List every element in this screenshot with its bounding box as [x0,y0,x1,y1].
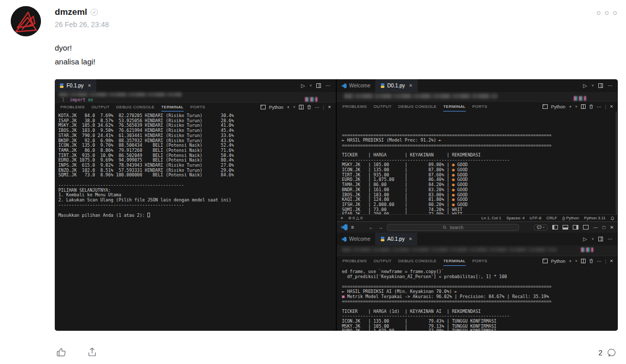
new-terminal-button[interactable]: + [287,105,290,110]
panel-tab-problems[interactable]: PROBLEMS [342,256,367,266]
run-button[interactable]: ▷ [583,236,587,242]
avatar[interactable] [11,6,41,36]
terminal-top-right[interactable]: ========================================… [337,111,618,214]
copilot-button[interactable]: ˅ [534,224,548,231]
minimize-button[interactable]: — [593,225,598,230]
split-terminal-icon[interactable] [581,259,586,263]
post-menu-button[interactable] [597,11,617,15]
layout-customize-icon[interactable] [583,225,589,230]
username[interactable]: dmzeml ✓ [55,7,98,17]
panel-tab-debug-console[interactable]: DEBUG CONSOLE [116,103,155,111]
split-editor-icon[interactable] [316,83,321,88]
panel-tab-ports[interactable]: PORTS [190,103,205,111]
tab-f01py[interactable]: F0.1.py ✕ [55,79,96,92]
chevron-down-icon[interactable]: ˅ [293,105,295,109]
cursor-position[interactable]: Ln 1, Col 1 [482,216,502,220]
scrollbar[interactable] [616,111,617,214]
close-icon[interactable]: ✕ [88,83,91,88]
remote-icon[interactable]: ✕ [340,216,343,220]
vscode-logo-icon [341,224,348,231]
trash-icon[interactable] [589,259,593,263]
trash-icon[interactable] [589,104,593,109]
editor-area[interactable] [337,92,618,101]
more-actions-icon[interactable]: ⋯ [597,104,601,109]
more-actions-icon[interactable]: ⋯ [326,83,331,88]
close-icon[interactable]: ✕ [409,83,413,88]
editor-tabbar: Welcome D0.1.py ✕ ▷ ˅ ⋯ [337,79,618,92]
hamburger-menu-icon[interactable]: ≡ [351,224,354,230]
tab-welcome[interactable]: Welcome [337,79,376,92]
chevron-down-icon[interactable]: ˅ [575,105,577,108]
maximize-button[interactable]: □ [602,225,605,230]
encoding[interactable]: UTF-8 [530,216,542,220]
scan-result-row: SQMI.JK 73.0 8.96% 100.000000 BELI (Pote… [58,173,336,178]
new-terminal-button[interactable]: + [569,259,572,264]
panel-tab-ports[interactable]: PORTS [472,256,487,266]
close-icon[interactable]: ✕ [408,237,412,241]
terminal-bottom-right[interactable]: ed frame, use `newframe = frame.copy()` … [337,266,618,331]
panel-tab-debug-console[interactable]: DEBUG CONSOLE [398,102,437,111]
more-actions-icon[interactable]: ⋯ [315,105,319,110]
terminal-profile-label[interactable]: Python [551,104,566,109]
run-button[interactable]: ▷ [583,83,587,88]
chevron-down-icon[interactable]: ˅ [592,237,594,241]
more-actions-icon[interactable]: ⋯ [608,83,613,88]
eol-sequence[interactable]: CRLF [547,216,557,220]
toggle-sidebar-icon[interactable] [552,225,558,230]
panel-tab-ports[interactable]: PORTS [472,102,487,111]
trash-icon[interactable] [307,105,311,109]
panel-tab-output[interactable]: OUTPUT [374,256,392,266]
terminal-actions: Python + ˅ ⋯ | ✕ [261,103,336,111]
verified-badge-icon: ✓ [91,9,98,16]
close-panel-icon[interactable]: ✕ [610,259,613,263]
chevron-down-icon[interactable]: ˅ [310,84,312,87]
more-actions-icon[interactable]: ⋯ [597,259,601,264]
split-editor-icon[interactable] [598,83,603,88]
panel-tab-output[interactable]: OUTPUT [92,103,110,111]
titlebar: ≡ ← → Search ˅ [337,221,618,233]
command-search-input[interactable]: Search [387,224,519,231]
panel-tab-terminal[interactable]: TERMINAL [443,256,466,266]
bell-icon[interactable] [611,216,614,220]
language-mode[interactable]: {} Python [562,216,578,220]
dot-icon [605,11,609,15]
toggle-panel-icon[interactable] [563,225,568,230]
new-terminal-button[interactable]: + [569,104,572,109]
terminal-profile-label[interactable]: Python [269,105,284,110]
problems-errors[interactable]: ⊘ 0 △ 0 [348,216,362,220]
panel-tab-terminal[interactable]: TERMINAL [161,103,184,111]
panel-tab-problems[interactable]: PROBLEMS [342,102,367,111]
post-line: dyor! [55,41,95,55]
chevron-down-icon[interactable]: ˅ [592,84,594,87]
close-window-button[interactable]: ✕ [610,225,614,230]
indentation[interactable]: Spaces: 4 [506,216,525,220]
panel-tab-problems[interactable]: PROBLEMS [60,103,85,111]
python-interpreter[interactable]: Python 3.11 [584,216,606,220]
panel-tab-output[interactable]: OUTPUT [374,102,392,111]
split-terminal-icon[interactable] [581,104,586,109]
back-button[interactable]: ← [369,224,374,230]
close-panel-icon[interactable]: ✕ [328,105,331,109]
toggle-secondary-sidebar-icon[interactable] [573,225,578,230]
terminal-profile-label[interactable]: Python [551,259,566,264]
forward-button[interactable]: → [378,224,383,230]
tab-a01py[interactable]: A0.1.py ✕ [376,233,418,245]
split-editor-icon[interactable] [598,237,603,241]
chevron-down-icon[interactable]: ˅ [575,259,577,263]
like-button[interactable] [56,347,67,358]
run-button[interactable]: ▷ [301,83,305,88]
editor-area[interactable]: 1 import os [55,92,336,102]
tab-welcome[interactable]: Welcome [337,233,376,245]
more-actions-icon[interactable]: ⋯ [608,236,613,242]
panel-tab-terminal[interactable]: TERMINAL [443,102,466,111]
username-text: dmzeml [55,7,87,17]
share-button[interactable] [87,347,98,358]
comments-summary[interactable]: 2 [598,348,617,357]
panel-tab-debug-console[interactable]: DEBUG CONSOLE [398,256,437,266]
split-terminal-icon[interactable] [299,105,304,109]
terminal-left[interactable]: KOTA.JK 84.0 7.69% 82.270205 HINDARI (Ri… [55,111,336,331]
tab-d01py[interactable]: D0.1.py ✕ [376,79,418,92]
attached-screenshot[interactable]: F0.1.py ✕ ▷ ˅ ⋯ 1 import os PR [55,79,618,331]
close-panel-icon[interactable]: ✕ [610,104,613,109]
editor-area[interactable] [337,245,618,256]
